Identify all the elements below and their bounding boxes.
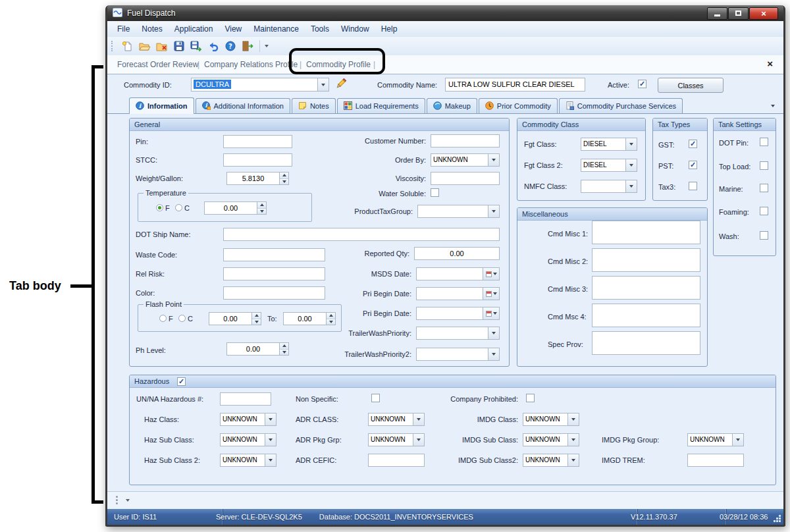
dropdown-button[interactable] <box>265 413 276 425</box>
open-folder-icon[interactable] <box>137 40 152 53</box>
toolbar-overflow-icon[interactable] <box>265 45 269 47</box>
close-tab-icon[interactable]: × <box>767 59 773 68</box>
temperature-f-radio[interactable] <box>156 204 163 211</box>
spin-down-icon[interactable] <box>257 208 266 215</box>
spin-down-icon[interactable] <box>280 178 288 185</box>
date-picker-button[interactable] <box>483 268 499 280</box>
flash-point-spinner[interactable]: 0.00 <box>209 312 261 325</box>
spin-down-icon[interactable] <box>252 319 261 325</box>
menu-help[interactable]: Help <box>375 22 404 36</box>
dot-ship-name-input[interactable] <box>223 228 500 241</box>
edit-pencil-icon[interactable] <box>334 77 348 92</box>
cmd-misc2-input[interactable] <box>592 248 700 272</box>
top-load-checkbox[interactable] <box>760 161 768 170</box>
tab-load-requirements[interactable]: Load Requirements <box>337 98 425 113</box>
doc-tab-company-relations-profile[interactable]: Company Relations Profile <box>204 60 298 69</box>
haz-class-select[interactable]: UNKNOWN <box>220 413 276 426</box>
tax3-checkbox[interactable] <box>689 182 697 190</box>
tab-information[interactable]: i Information <box>129 97 194 114</box>
imgd-trem-input[interactable] <box>687 454 744 467</box>
product-tax-group-select[interactable] <box>417 205 500 218</box>
toolbar-grip[interactable] <box>111 41 115 51</box>
tab-prior-commodity[interactable]: Prior Commodity <box>479 98 558 113</box>
weight-gallon-spinner[interactable]: 5.8130 <box>226 172 289 185</box>
classes-button[interactable]: Classes <box>658 78 724 93</box>
marine-checkbox[interactable] <box>760 184 768 192</box>
date-picker-button[interactable] <box>483 307 499 319</box>
non-specific-checkbox[interactable] <box>371 394 380 402</box>
dot-pin-checkbox[interactable] <box>760 138 768 146</box>
fgt-class-select[interactable]: DIESEL <box>581 138 637 151</box>
tab-overflow-icon[interactable] <box>771 105 775 107</box>
spinner-buttons[interactable] <box>279 173 288 184</box>
cmd-misc1-input[interactable] <box>592 221 700 244</box>
spec-prov-input[interactable] <box>592 331 700 355</box>
save-icon[interactable] <box>171 40 186 53</box>
water-soluble-checkbox[interactable] <box>431 188 439 197</box>
imdg-sub-class2-select[interactable]: UNKNOWN <box>523 454 579 467</box>
undo-icon[interactable] <box>205 40 221 53</box>
tab-additional-information[interactable]: i Additional Information <box>196 98 290 113</box>
flash-point-f-radio[interactable] <box>159 315 167 322</box>
msds-date-picker[interactable] <box>416 267 500 280</box>
menu-notes[interactable]: Notes <box>136 22 168 36</box>
spin-down-icon[interactable] <box>327 319 335 325</box>
commodity-name-input[interactable]: ULTRA LOW SULFUR CLEAR DIESEL <box>445 78 585 92</box>
dropdown-button[interactable] <box>265 434 276 446</box>
waste-code-input[interactable] <box>223 248 325 261</box>
dropdown-button[interactable] <box>625 159 637 171</box>
commodity-id-combobox[interactable]: DCULTRA <box>191 78 329 92</box>
spinner-buttons[interactable] <box>251 313 261 325</box>
hazardous-checkbox[interactable] <box>177 377 186 386</box>
minimize-button[interactable] <box>707 7 727 20</box>
pri-begin-date2-picker[interactable] <box>416 307 500 320</box>
dropdown-button[interactable] <box>567 413 579 425</box>
drag-handle-icon[interactable] <box>116 496 118 498</box>
un-na-hazardous-input[interactable] <box>220 392 271 406</box>
date-picker-button[interactable] <box>483 288 499 300</box>
customer-number-input[interactable] <box>431 134 500 147</box>
tab-makeup[interactable]: Makeup <box>427 98 477 113</box>
temperature-c-radio[interactable] <box>175 204 182 211</box>
nmfc-class-select[interactable] <box>581 180 637 193</box>
spin-up-icon[interactable] <box>257 202 266 208</box>
close-button[interactable]: × <box>749 7 778 20</box>
dropdown-button[interactable] <box>625 180 637 192</box>
haz-sub-class2-select[interactable]: UNKNOWN <box>220 454 276 467</box>
save-export-icon[interactable] <box>188 40 203 53</box>
dropdown-button[interactable] <box>732 434 743 446</box>
imdg-pkg-group-select[interactable]: UNKNOWN <box>687 433 744 446</box>
dropdown-button[interactable] <box>488 154 499 166</box>
spin-up-icon[interactable] <box>252 313 261 319</box>
exit-icon[interactable] <box>240 40 255 53</box>
imdg-sub-class-select[interactable]: UNKNOWN <box>523 433 579 446</box>
dropdown-button[interactable] <box>625 138 637 150</box>
company-prohibited-checkbox[interactable] <box>526 394 535 402</box>
haz-sub-class-select[interactable]: UNKNOWN <box>220 433 276 446</box>
menu-tools[interactable]: Tools <box>305 22 335 36</box>
strip-expand-icon[interactable] <box>126 499 130 502</box>
dropdown-button[interactable] <box>488 327 499 339</box>
resize-grip[interactable] <box>779 520 781 522</box>
pst-checkbox[interactable] <box>689 161 697 169</box>
menu-application[interactable]: Application <box>169 22 219 36</box>
tab-commodity-purchase-services[interactable]: Commodity Purchase Services <box>559 98 683 113</box>
imdg-class-select[interactable]: UNKNOWN <box>523 413 579 426</box>
menu-view[interactable]: View <box>219 22 248 36</box>
order-by-select[interactable]: UNKNOWN <box>431 153 500 167</box>
viscosity-input[interactable] <box>431 172 500 185</box>
flash-point-to-spinner[interactable]: 0.00 <box>283 312 336 325</box>
dropdown-button[interactable] <box>567 454 579 466</box>
pin-input[interactable] <box>223 135 292 148</box>
stcc-input[interactable] <box>223 153 292 167</box>
commodity-id-dropdown-button[interactable] <box>317 78 329 91</box>
remove-folder-icon[interactable] <box>154 40 169 53</box>
temperature-spinner[interactable]: 0.00 <box>204 201 267 215</box>
menu-maintenance[interactable]: Maintenance <box>248 22 305 36</box>
spin-up-icon[interactable] <box>280 343 288 349</box>
spin-down-icon[interactable] <box>280 349 288 356</box>
dropdown-button[interactable] <box>488 348 499 360</box>
maximize-button[interactable] <box>728 7 749 20</box>
doc-tab-commodity-profile[interactable]: Commodity Profile <box>306 60 371 69</box>
help-icon[interactable]: ? <box>223 40 238 53</box>
